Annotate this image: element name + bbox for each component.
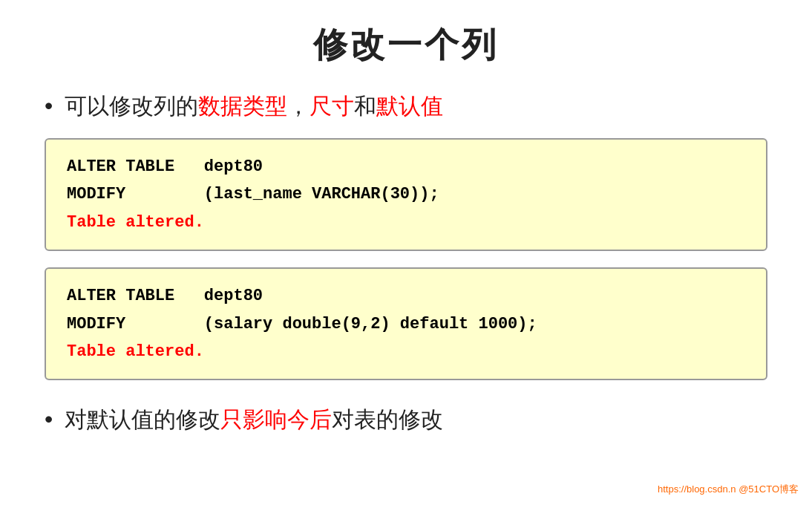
bullet-text-2: 对默认值的修改只影响今后对表的修改 [65,404,443,435]
bullet2-suffix: 对表的修改 [332,407,443,431]
code-block-2: ALTER TABLE dept80 MODIFY (salary double… [45,267,767,380]
bullet1-red1: 数据类型 [198,94,287,118]
code-block2-line3: Table altered. [67,338,745,365]
bullet2-red1: 只影响今后 [220,407,332,431]
code-block1-line3: Table altered. [67,209,745,236]
code-block1-line2: MODIFY (last_name VARCHAR(30)); [67,180,745,208]
code-block1-line1: ALTER TABLE dept80 [67,153,745,180]
bullet-dot-2: • [45,405,53,433]
bullet-item-2: • 对默认值的修改只影响今后对表的修改 [45,404,767,435]
bullet2-prefix: 对默认值的修改 [65,407,220,431]
bullet1-red3: 默认值 [376,94,443,118]
code-block2-line2: MODIFY (salary double(9,2) default 1000)… [67,310,745,338]
bullet-item-1: • 可以修改列的数据类型，尺寸和默认值 [45,91,767,122]
bullet1-prefix: 可以修改列的 [65,94,198,118]
code-block-1: ALTER TABLE dept80 MODIFY (last_name VAR… [45,138,767,251]
slide-title: 修改一个列 [45,22,767,68]
slide-container: 修改一个列 • 可以修改列的数据类型，尺寸和默认值 ALTER TABLE de… [0,0,812,505]
watermark: https://blog.csdn.n @51CTO博客 [658,483,799,496]
bullet1-and: 和 [354,94,376,118]
bullet1-comma: ， [287,94,310,118]
watermark-part2: @51CTO博客 [739,483,799,495]
watermark-part1: https://blog.csdn.n [658,483,739,495]
bullet1-red2: 尺寸 [310,94,354,118]
bullet-dot-1: • [45,92,53,120]
bullet-text-1: 可以修改列的数据类型，尺寸和默认值 [65,91,443,122]
code-block2-line1: ALTER TABLE dept80 [67,282,745,310]
